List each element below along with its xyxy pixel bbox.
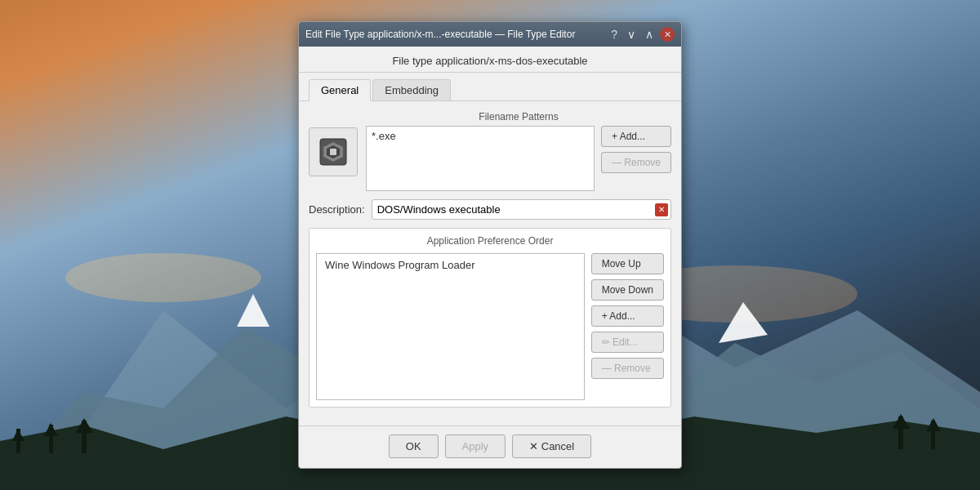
ok-button[interactable]: OK — [389, 434, 439, 458]
move-down-button[interactable]: Move Down — [591, 279, 664, 301]
titlebar-buttons: ? ∨ ∧ ✕ — [608, 27, 675, 42]
app-preference-list[interactable]: Wine Windows Program Loader — [316, 253, 585, 400]
close-button[interactable]: ✕ — [660, 27, 675, 42]
app-edit-button[interactable]: ✏ Edit... — [591, 332, 664, 353]
tab-bar: General Embedding — [299, 73, 681, 101]
tab-general[interactable]: General — [309, 79, 371, 101]
description-label: Description: — [309, 203, 365, 216]
tab-embedding[interactable]: Embedding — [372, 79, 451, 100]
description-clear-button[interactable]: ✕ — [655, 203, 668, 216]
filename-add-button[interactable]: + Add... — [601, 126, 671, 147]
app-add-button[interactable]: + Add... — [591, 305, 664, 327]
dialog-body: Filename Patterns *.exe + Add... — Remov… — [299, 101, 681, 425]
filename-content: *.exe + Add... — Remove — [366, 126, 671, 191]
titlebar-title: Edit File Type application/x-m...-execut… — [305, 29, 608, 40]
filename-section: Filename Patterns *.exe + Add... — Remov… — [366, 111, 671, 191]
description-input-wrap: ✕ — [372, 199, 671, 220]
titlebar: Edit File Type application/x-m...-execut… — [299, 22, 681, 47]
filename-list[interactable]: *.exe — [366, 126, 595, 191]
filename-pattern-item: *.exe — [372, 130, 396, 142]
cancel-button[interactable]: ✕ Cancel — [512, 434, 591, 458]
file-type-editor-dialog: Edit File Type application/x-m...-execut… — [298, 21, 682, 469]
apply-button[interactable]: Apply — [445, 434, 506, 458]
maximize-button[interactable]: ∧ — [642, 29, 657, 40]
move-up-button[interactable]: Move Up — [591, 253, 664, 274]
description-row: Description: ✕ — [309, 199, 671, 220]
app-preference-section: Application Preference Order Wine Window… — [309, 228, 671, 408]
app-preference-title: Application Preference Order — [316, 235, 664, 247]
app-icon-box — [309, 127, 358, 176]
list-item: Wine Windows Program Loader — [322, 257, 579, 273]
app-preference-buttons: Move Up Move Down + Add... ✏ Edit... — R… — [591, 253, 664, 400]
filename-side-buttons: + Add... — Remove — [601, 126, 671, 191]
filename-remove-button[interactable]: — Remove — [601, 152, 671, 173]
minimize-button[interactable]: ∨ — [624, 29, 639, 40]
description-input[interactable] — [372, 199, 671, 220]
top-section: Filename Patterns *.exe + Add... — Remov… — [309, 111, 671, 191]
help-button[interactable]: ? — [608, 29, 621, 40]
app-preference-content: Wine Windows Program Loader Move Up Move… — [316, 253, 664, 400]
dialog-footer: OK Apply ✕ Cancel — [299, 425, 681, 468]
svg-rect-21 — [330, 149, 336, 155]
dialog-subtitle: File type application/x-ms-dos-executabl… — [299, 47, 681, 73]
filename-patterns-label: Filename Patterns — [366, 111, 671, 122]
app-remove-button[interactable]: — Remove — [591, 358, 664, 379]
app-icon — [318, 137, 348, 167]
